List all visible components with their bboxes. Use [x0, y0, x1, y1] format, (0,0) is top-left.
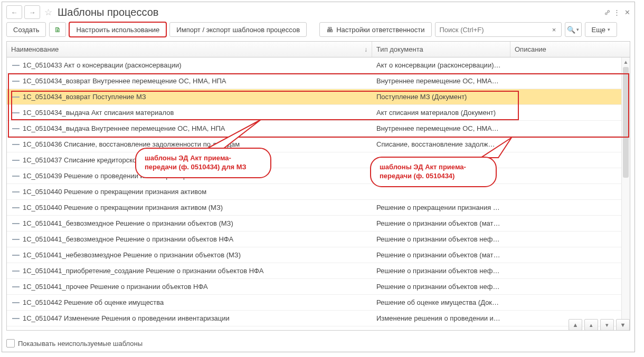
document-icon: 🗎 — [54, 26, 61, 34]
row-doctype: Решение о признании объектов неф… — [372, 283, 510, 291]
row-name: 1С_0510437 Списание кредиторской задолже… — [23, 156, 191, 164]
row-name: 1С_0510441_прочее Решение о признании об… — [23, 283, 208, 291]
search-clear-icon[interactable]: × — [550, 26, 559, 34]
table-row[interactable]: 1С_0510441_небезвозмездное Решение о при… — [7, 247, 630, 263]
row-item-icon — [12, 160, 20, 161]
table-row[interactable]: 1С_0510441_безвозмездное Решение о призн… — [7, 216, 630, 231]
import-export-button[interactable]: Импорт / экспорт шаблонов процессов — [169, 22, 307, 37]
favorite-star-icon[interactable]: ☆ — [44, 7, 52, 18]
kebab-menu-icon[interactable]: ⋮ — [613, 8, 621, 16]
scroll-last-button[interactable]: ▼ — [616, 319, 630, 331]
row-item-icon — [12, 207, 20, 208]
row-name: 1С_0510447 Изменение Решения о проведени… — [23, 314, 230, 322]
sort-asc-icon: ↓ — [364, 46, 367, 53]
templates-table: Наименование ↓ Тип документа Описание 1С… — [6, 41, 630, 331]
row-item-icon — [12, 97, 20, 98]
row-name: 1С_0510436 Списание, восстановление задо… — [23, 140, 240, 148]
row-doctype: Внутреннее перемещение ОС, НМА… — [372, 124, 510, 132]
scroll-prev-button[interactable]: ▴ — [584, 319, 598, 331]
create-button[interactable]: Создать — [6, 22, 46, 37]
table-row[interactable]: 1С_0510437 Списание кредиторской задолже… — [7, 152, 630, 168]
row-item-icon — [12, 223, 20, 224]
row-doctype: Поступление МЗ (Документ) — [372, 93, 510, 101]
table-row[interactable]: 1С_0510441_безвозмездное Решение о призн… — [7, 231, 630, 247]
row-item-icon — [12, 144, 20, 145]
scroll-up-icon[interactable]: ▲ — [622, 57, 630, 66]
row-item-icon — [12, 112, 20, 113]
row-name: 1С_0510439 Решение о проведении инвентар… — [23, 172, 192, 180]
row-item-icon — [12, 81, 20, 82]
link-icon[interactable]: ⚯ — [602, 7, 612, 17]
row-item-icon — [12, 191, 20, 192]
search-button[interactable]: 🔍 ▾ — [565, 22, 582, 37]
row-name: 1С_0510434_возврат Внутреннее перемещени… — [23, 77, 226, 85]
search-field-wrapper[interactable]: × — [435, 22, 562, 37]
row-name: 1С_0510441_безвозмездное Решение о призн… — [23, 219, 233, 227]
close-icon[interactable]: ✕ — [624, 8, 630, 16]
search-input[interactable] — [438, 26, 550, 34]
row-doctype: Списание, восстановление задолж… — [372, 140, 510, 148]
table-row[interactable]: 1С_0510441_приобретение_создание Решение… — [7, 263, 630, 279]
row-doctype: Акт списания материалов (Документ) — [372, 109, 510, 117]
table-row[interactable]: 1С_0510436 Списание, восстановление задо… — [7, 137, 630, 152]
row-doctype: Акт о консервации (расконсервации)… — [372, 61, 510, 69]
row-name: 1С_0510433 Акт о консервации (расконсерв… — [23, 61, 182, 69]
row-name: 1С_0510441_безвозмездное Решение о призн… — [23, 235, 233, 243]
row-name: 1С_0510434_выдача Внутреннее перемещение… — [23, 124, 225, 132]
magnifier-icon: 🔍 — [567, 26, 575, 34]
scrollbar-thumb[interactable] — [623, 67, 629, 178]
row-doctype: Изменение решения о проведении и… — [372, 314, 510, 322]
column-header-doctype[interactable]: Тип документа — [372, 42, 510, 57]
vertical-scrollbar[interactable]: ▲ ▼ — [621, 57, 630, 330]
table-row[interactable]: 1С_0510434_выдача Акт списания материало… — [7, 105, 630, 121]
row-item-icon — [12, 255, 20, 256]
row-item-icon — [12, 318, 20, 319]
configure-usage-button[interactable]: Настроить использование — [69, 22, 166, 37]
row-item-icon — [12, 271, 20, 272]
table-row[interactable]: 1С_0510447 Изменение Решения о проведени… — [7, 311, 630, 326]
row-name: 1С_0510442 Решение об оценке имущества — [23, 298, 164, 306]
table-row[interactable]: 1С_0510440 Решение о прекращении признан… — [7, 200, 630, 216]
table-row[interactable]: 1С_0510440 Решение о прекращении признан… — [7, 184, 630, 200]
nav-forward-button[interactable]: → — [24, 5, 40, 19]
chevron-down-icon: ▾ — [608, 27, 610, 32]
row-doctype: Решение о признании объектов неф… — [372, 267, 510, 275]
row-name: 1С_0510441_приобретение_создание Решение… — [23, 267, 263, 275]
nav-back-button[interactable]: ← — [6, 5, 22, 19]
scroll-first-button[interactable]: ▲ — [569, 319, 582, 331]
printer-icon: 🖶 — [326, 26, 333, 34]
table-row[interactable]: 1С_0510433 Акт о консервации (расконсерв… — [7, 57, 630, 73]
chevron-down-icon: ▾ — [576, 27, 579, 32]
more-button[interactable]: Еще ▾ — [585, 22, 617, 37]
responsibility-settings-button[interactable]: 🖶 Настройки ответственности — [319, 22, 431, 37]
scroll-next-button[interactable]: ▾ — [600, 319, 614, 331]
row-name: 1С_0510440 Решение о прекращении признан… — [23, 204, 223, 211]
show-unused-checkbox[interactable] — [6, 339, 15, 348]
row-item-icon — [12, 286, 20, 287]
row-item-icon — [12, 302, 20, 303]
row-name: 1С_0510440 Решение о прекращении признан… — [23, 188, 206, 196]
column-header-name[interactable]: Наименование ↓ — [7, 42, 372, 57]
row-doctype: Решение о признании объектов (мат… — [372, 219, 510, 227]
table-row[interactable]: 1С_0510441_прочее Решение о признании об… — [7, 279, 630, 295]
document-icon-button[interactable]: 🗎 — [49, 22, 66, 37]
table-row[interactable]: 1С_0510439 Решение о проведении инвентар… — [7, 168, 630, 184]
row-item-icon — [12, 176, 20, 177]
row-item-icon — [12, 239, 20, 240]
row-item-icon — [12, 65, 20, 66]
row-doctype: Решение о признании объектов неф… — [372, 235, 510, 243]
row-name: 1С_0510434_выдача Акт списания материало… — [23, 109, 174, 117]
row-doctype: Решение об оценке имущества (Док… — [372, 298, 510, 306]
show-unused-label: Показывать неиспользуемые шаблоны — [18, 340, 143, 348]
table-row[interactable]: 1С_0510442 Решение об оценке имуществаРе… — [7, 295, 630, 311]
row-name: 1С_0510441_небезвозмездное Решение о при… — [23, 251, 241, 259]
row-item-icon — [12, 128, 20, 129]
table-row[interactable]: 1С_0510434_возврат Поступление МЗПоступл… — [7, 89, 630, 105]
row-doctype: Внутреннее перемещение ОС, НМА… — [372, 77, 510, 85]
table-row[interactable]: 1С_0510434_выдача Внутреннее перемещение… — [7, 121, 630, 137]
row-doctype: Решение о признании объектов (мат… — [372, 251, 510, 259]
column-header-description[interactable]: Описание — [510, 42, 630, 57]
row-name: 1С_0510434_возврат Поступление МЗ — [23, 93, 146, 101]
table-row[interactable]: 1С_0510434_возврат Внутреннее перемещени… — [7, 73, 630, 89]
row-doctype: Решение о прекращении признания … — [372, 204, 510, 211]
